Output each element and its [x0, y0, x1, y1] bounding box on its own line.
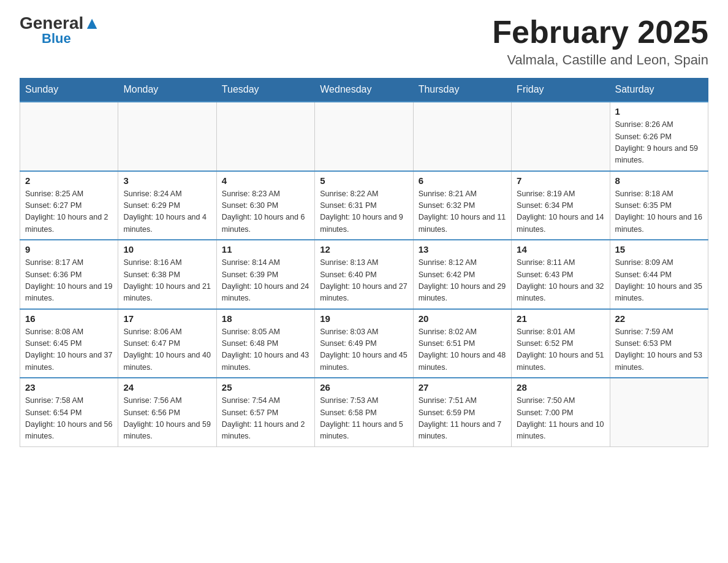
- day-of-week-header: Saturday: [610, 78, 708, 102]
- day-number: 2: [25, 175, 113, 186]
- calendar-day-cell: 12Sunrise: 8:13 AMSunset: 6:40 PMDayligh…: [315, 240, 413, 309]
- day-info: Sunrise: 8:05 AMSunset: 6:48 PMDaylight:…: [222, 326, 309, 374]
- day-of-week-header: Monday: [118, 78, 216, 102]
- day-info: Sunrise: 8:06 AMSunset: 6:47 PMDaylight:…: [123, 326, 211, 374]
- calendar-day-cell: 13Sunrise: 8:12 AMSunset: 6:42 PMDayligh…: [413, 240, 511, 309]
- day-number: 14: [517, 244, 604, 255]
- calendar-day-cell: [512, 102, 610, 171]
- day-info: Sunrise: 7:56 AMSunset: 6:56 PMDaylight:…: [123, 395, 211, 443]
- calendar-day-cell: 21Sunrise: 8:01 AMSunset: 6:52 PMDayligh…: [512, 309, 610, 378]
- calendar-day-cell: [413, 102, 511, 171]
- day-number: 4: [222, 175, 309, 186]
- calendar-day-cell: 28Sunrise: 7:50 AMSunset: 7:00 PMDayligh…: [512, 378, 610, 446]
- day-of-week-header: Tuesday: [216, 78, 314, 102]
- logo-general-text: General▲: [20, 15, 100, 32]
- day-of-week-header: Friday: [512, 78, 610, 102]
- calendar-header-row: SundayMondayTuesdayWednesdayThursdayFrid…: [20, 78, 708, 102]
- calendar-day-cell: 25Sunrise: 7:54 AMSunset: 6:57 PMDayligh…: [216, 378, 314, 446]
- day-number: 3: [123, 175, 211, 186]
- page-header: General▲ Blue February 2025 Valmala, Cas…: [20, 15, 708, 68]
- day-info: Sunrise: 8:23 AMSunset: 6:30 PMDaylight:…: [222, 188, 309, 236]
- day-number: 22: [615, 313, 703, 324]
- day-info: Sunrise: 8:24 AMSunset: 6:29 PMDaylight:…: [123, 188, 211, 236]
- day-number: 1: [615, 106, 703, 117]
- day-info: Sunrise: 7:51 AMSunset: 6:59 PMDaylight:…: [419, 395, 506, 443]
- calendar-day-cell: 5Sunrise: 8:22 AMSunset: 6:31 PMDaylight…: [315, 171, 413, 240]
- calendar-day-cell: 8Sunrise: 8:18 AMSunset: 6:35 PMDaylight…: [610, 171, 708, 240]
- day-info: Sunrise: 8:25 AMSunset: 6:27 PMDaylight:…: [25, 188, 113, 236]
- day-info: Sunrise: 7:53 AMSunset: 6:58 PMDaylight:…: [320, 395, 408, 443]
- day-number: 6: [419, 175, 506, 186]
- day-number: 16: [25, 313, 113, 324]
- day-number: 8: [615, 175, 703, 186]
- calendar-day-cell: 6Sunrise: 8:21 AMSunset: 6:32 PMDaylight…: [413, 171, 511, 240]
- day-number: 27: [419, 382, 506, 393]
- day-info: Sunrise: 8:18 AMSunset: 6:35 PMDaylight:…: [615, 188, 703, 236]
- day-number: 23: [25, 382, 113, 393]
- calendar-day-cell: 1Sunrise: 8:26 AMSunset: 6:26 PMDaylight…: [610, 102, 708, 171]
- calendar-day-cell: 23Sunrise: 7:58 AMSunset: 6:54 PMDayligh…: [20, 378, 118, 446]
- calendar-day-cell: 26Sunrise: 7:53 AMSunset: 6:58 PMDayligh…: [315, 378, 413, 446]
- logo-triangle-icon: ▲: [83, 13, 100, 33]
- day-number: 25: [222, 382, 309, 393]
- calendar-day-cell: 18Sunrise: 8:05 AMSunset: 6:48 PMDayligh…: [216, 309, 314, 378]
- logo: General▲ Blue: [20, 15, 100, 45]
- day-number: 19: [320, 313, 408, 324]
- day-info: Sunrise: 7:59 AMSunset: 6:53 PMDaylight:…: [615, 326, 703, 374]
- day-info: Sunrise: 8:09 AMSunset: 6:44 PMDaylight:…: [615, 257, 703, 305]
- calendar-day-cell: 15Sunrise: 8:09 AMSunset: 6:44 PMDayligh…: [610, 240, 708, 309]
- calendar-day-cell: 7Sunrise: 8:19 AMSunset: 6:34 PMDaylight…: [512, 171, 610, 240]
- day-number: 28: [517, 382, 604, 393]
- day-number: 24: [123, 382, 211, 393]
- calendar-title: February 2025: [492, 15, 708, 50]
- day-number: 7: [517, 175, 604, 186]
- calendar-subtitle: Valmala, Castille and Leon, Spain: [492, 52, 708, 68]
- title-block: February 2025 Valmala, Castille and Leon…: [492, 15, 708, 68]
- day-info: Sunrise: 8:11 AMSunset: 6:43 PMDaylight:…: [517, 257, 604, 305]
- calendar-day-cell: 16Sunrise: 8:08 AMSunset: 6:45 PMDayligh…: [20, 309, 118, 378]
- day-of-week-header: Thursday: [413, 78, 511, 102]
- day-info: Sunrise: 8:16 AMSunset: 6:38 PMDaylight:…: [123, 257, 211, 305]
- calendar-day-cell: 17Sunrise: 8:06 AMSunset: 6:47 PMDayligh…: [118, 309, 216, 378]
- calendar-day-cell: [216, 102, 314, 171]
- day-number: 5: [320, 175, 408, 186]
- day-number: 13: [419, 244, 506, 255]
- calendar-day-cell: 3Sunrise: 8:24 AMSunset: 6:29 PMDaylight…: [118, 171, 216, 240]
- day-number: 9: [25, 244, 113, 255]
- day-info: Sunrise: 8:02 AMSunset: 6:51 PMDaylight:…: [419, 326, 506, 374]
- calendar-week-row: 16Sunrise: 8:08 AMSunset: 6:45 PMDayligh…: [20, 309, 708, 378]
- day-number: 10: [123, 244, 211, 255]
- day-info: Sunrise: 8:17 AMSunset: 6:36 PMDaylight:…: [25, 257, 113, 305]
- calendar-day-cell: 20Sunrise: 8:02 AMSunset: 6:51 PMDayligh…: [413, 309, 511, 378]
- calendar-day-cell: 27Sunrise: 7:51 AMSunset: 6:59 PMDayligh…: [413, 378, 511, 446]
- calendar-week-row: 9Sunrise: 8:17 AMSunset: 6:36 PMDaylight…: [20, 240, 708, 309]
- day-number: 12: [320, 244, 408, 255]
- day-of-week-header: Sunday: [20, 78, 118, 102]
- day-number: 17: [123, 313, 211, 324]
- day-number: 15: [615, 244, 703, 255]
- day-of-week-header: Wednesday: [315, 78, 413, 102]
- calendar-day-cell: [20, 102, 118, 171]
- calendar-week-row: 1Sunrise: 8:26 AMSunset: 6:26 PMDaylight…: [20, 102, 708, 171]
- day-number: 20: [419, 313, 506, 324]
- calendar-day-cell: 10Sunrise: 8:16 AMSunset: 6:38 PMDayligh…: [118, 240, 216, 309]
- calendar-day-cell: 22Sunrise: 7:59 AMSunset: 6:53 PMDayligh…: [610, 309, 708, 378]
- day-info: Sunrise: 8:26 AMSunset: 6:26 PMDaylight:…: [615, 119, 703, 167]
- day-info: Sunrise: 8:01 AMSunset: 6:52 PMDaylight:…: [517, 326, 604, 374]
- day-number: 18: [222, 313, 309, 324]
- day-number: 11: [222, 244, 309, 255]
- calendar-table: SundayMondayTuesdayWednesdayThursdayFrid…: [20, 78, 708, 447]
- calendar-day-cell: [610, 378, 708, 446]
- day-info: Sunrise: 8:14 AMSunset: 6:39 PMDaylight:…: [222, 257, 309, 305]
- calendar-day-cell: 11Sunrise: 8:14 AMSunset: 6:39 PMDayligh…: [216, 240, 314, 309]
- calendar-day-cell: 14Sunrise: 8:11 AMSunset: 6:43 PMDayligh…: [512, 240, 610, 309]
- day-number: 21: [517, 313, 604, 324]
- day-number: 26: [320, 382, 408, 393]
- calendar-week-row: 2Sunrise: 8:25 AMSunset: 6:27 PMDaylight…: [20, 171, 708, 240]
- day-info: Sunrise: 8:12 AMSunset: 6:42 PMDaylight:…: [419, 257, 506, 305]
- day-info: Sunrise: 7:54 AMSunset: 6:57 PMDaylight:…: [222, 395, 309, 443]
- day-info: Sunrise: 7:58 AMSunset: 6:54 PMDaylight:…: [25, 395, 113, 443]
- day-info: Sunrise: 8:08 AMSunset: 6:45 PMDaylight:…: [25, 326, 113, 374]
- calendar-day-cell: 24Sunrise: 7:56 AMSunset: 6:56 PMDayligh…: [118, 378, 216, 446]
- calendar-day-cell: [315, 102, 413, 171]
